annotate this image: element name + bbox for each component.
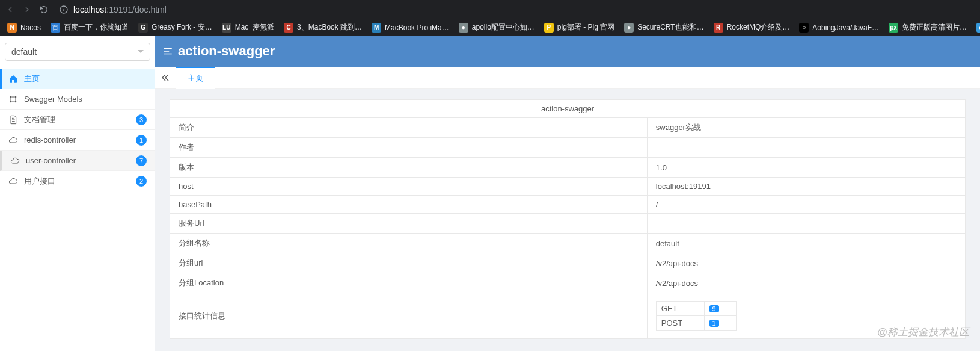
bookmark-label: pig部署 - Pig 官网 <box>557 22 614 33</box>
tab-home[interactable]: 主页 <box>176 67 215 88</box>
bookmark-favicon: 百 <box>51 23 60 33</box>
collapse-tabs-button[interactable] <box>155 67 176 88</box>
info-row-label: 简介 <box>170 118 648 138</box>
sidebar-menu: 主页Swagger Models文档管理3redis-controller1us… <box>0 69 155 191</box>
app-header: action-swagger <box>155 36 980 67</box>
sidebar-item[interactable]: redis-controller1 <box>0 130 155 151</box>
cloud-icon <box>10 156 20 166</box>
cloud-icon <box>8 135 18 145</box>
bookmark-item[interactable]: NNacos <box>4 21 44 34</box>
info-row: 分组名称default <box>170 234 966 253</box>
bookmark-favicon: ◆ <box>976 23 980 33</box>
info-row-label: host <box>170 178 648 196</box>
info-row-value: /v2/api-docs <box>647 273 965 293</box>
stats-count-badge: 9 <box>709 305 719 312</box>
bookmark-item[interactable]: C3、MacBook 跳到… <box>280 20 366 34</box>
bookmark-item[interactable]: 百百度一下，你就知道 <box>47 20 132 34</box>
bookmark-label: Greasy Fork - 安… <box>152 22 212 33</box>
bookmark-favicon: LU <box>222 23 231 33</box>
bookmark-label: Nacos <box>20 23 41 32</box>
sidebar: default 主页Swagger Models文档管理3redis-contr… <box>0 36 155 351</box>
bookmark-favicon: px <box>889 23 898 33</box>
bookmark-label: apollo配置中心如… <box>472 22 534 33</box>
bookmark-item[interactable]: ◆后端程序员必备：… <box>973 20 980 34</box>
bookmark-favicon: R <box>714 23 723 33</box>
info-row-label: 服务Url <box>170 214 648 234</box>
info-row-value: / <box>647 196 965 214</box>
forward-button[interactable] <box>22 4 32 15</box>
sidebar-item-label: 用户接口 <box>24 176 55 187</box>
bookmark-item[interactable]: GGreasy Fork - 安… <box>135 20 216 34</box>
main-area: action-swagger 主页 action-swagger 简介swagg… <box>155 36 980 351</box>
group-select-value: default <box>11 47 37 57</box>
bookmark-favicon: N <box>7 23 17 33</box>
info-row-value: /v2/api-docs <box>647 253 965 273</box>
watermark: @稀土掘金技术社区 <box>877 325 969 339</box>
info-row-value <box>647 214 965 234</box>
app-title: action-swagger <box>178 43 275 59</box>
models-icon <box>8 95 18 104</box>
info-row: 分组Location/v2/api-docs <box>170 273 966 293</box>
browser-toolbar: localhost:19191/doc.html <box>0 0 980 19</box>
bookmark-item[interactable]: MMacBook Pro iMa… <box>368 21 453 34</box>
bookmark-favicon: C <box>284 23 293 33</box>
sidebar-item[interactable]: Swagger Models <box>0 89 155 110</box>
stats-method: POST <box>656 316 704 331</box>
svg-point-4 <box>15 96 17 98</box>
doc-icon <box>8 115 18 125</box>
cloud-icon <box>8 176 18 186</box>
sidebar-item[interactable]: 文档管理3 <box>0 110 155 130</box>
info-row-label: 接口统计信息 <box>170 293 648 339</box>
info-row: 版本1.0 <box>170 158 966 178</box>
bookmark-item[interactable]: RRocketMQ介绍及… <box>710 20 794 34</box>
info-row-value: swagger实战 <box>647 118 965 138</box>
back-button[interactable] <box>5 4 16 15</box>
menu-toggle-icon[interactable] <box>162 46 173 57</box>
url-text: localhost:19191/doc.html <box>73 5 167 14</box>
svg-point-6 <box>15 101 17 102</box>
info-icon <box>59 5 69 14</box>
content-panel: action-swagger 简介swagger实战作者版本1.0hostloc… <box>155 89 980 351</box>
sidebar-item[interactable]: 主页 <box>0 69 155 89</box>
tabs-bar: 主页 <box>155 67 980 89</box>
address-bar[interactable]: localhost:19191/doc.html <box>55 5 975 14</box>
bookmark-label: MacBook Pro iMa… <box>385 23 449 32</box>
tab-label: 主页 <box>188 73 203 84</box>
info-row: basePath/ <box>170 196 966 214</box>
bookmark-favicon: ● <box>459 23 468 33</box>
info-row-value: localhost:19191 <box>647 178 965 196</box>
bookmark-item[interactable]: Ppig部署 - Pig 官网 <box>541 20 618 34</box>
info-row-label: basePath <box>170 196 648 214</box>
info-row-stats: 接口统计信息GET9POST1 <box>170 293 966 339</box>
count-badge: 1 <box>136 135 147 146</box>
bookmark-item[interactable]: ●SecureCRT也能和… <box>620 20 707 34</box>
sidebar-item-label: 主页 <box>24 73 40 84</box>
info-row-label: 版本 <box>170 158 648 178</box>
bookmark-favicon: ○ <box>799 23 809 33</box>
bookmark-label: Mac_麦氪派 <box>235 22 274 33</box>
bookmark-item[interactable]: ●apollo配置中心如… <box>455 20 538 34</box>
stats-table: GET9POST1 <box>656 301 737 331</box>
info-row-label: 分组url <box>170 253 648 273</box>
bookmark-item[interactable]: ○AobingJava/JavaF… <box>795 21 883 34</box>
info-row-label: 分组名称 <box>170 234 648 253</box>
bookmark-favicon: P <box>544 23 554 33</box>
bookmarks-bar: NNacos百百度一下，你就知道GGreasy Fork - 安…LUMac_麦… <box>0 19 980 36</box>
info-row: hostlocalhost:19191 <box>170 178 966 196</box>
bookmark-favicon: ● <box>624 23 634 33</box>
sidebar-item[interactable]: user-controller7 <box>0 151 155 171</box>
bookmark-item[interactable]: px免费正版高清图片… <box>885 20 970 34</box>
info-row: 作者 <box>170 138 966 158</box>
group-select[interactable]: default <box>5 43 150 61</box>
bookmark-item[interactable]: LUMac_麦氪派 <box>218 20 278 34</box>
stats-method: GET <box>656 302 704 316</box>
reload-button[interactable] <box>38 4 49 15</box>
info-row: 分组url/v2/api-docs <box>170 253 966 273</box>
sidebar-item-label: 文档管理 <box>24 114 55 125</box>
info-row: 服务Url <box>170 214 966 234</box>
stats-count-cell: 1 <box>704 316 736 331</box>
count-badge: 2 <box>136 176 147 187</box>
sidebar-item-label: Swagger Models <box>24 95 82 104</box>
sidebar-item[interactable]: 用户接口2 <box>0 171 155 191</box>
info-table-title: action-swagger <box>170 100 966 118</box>
